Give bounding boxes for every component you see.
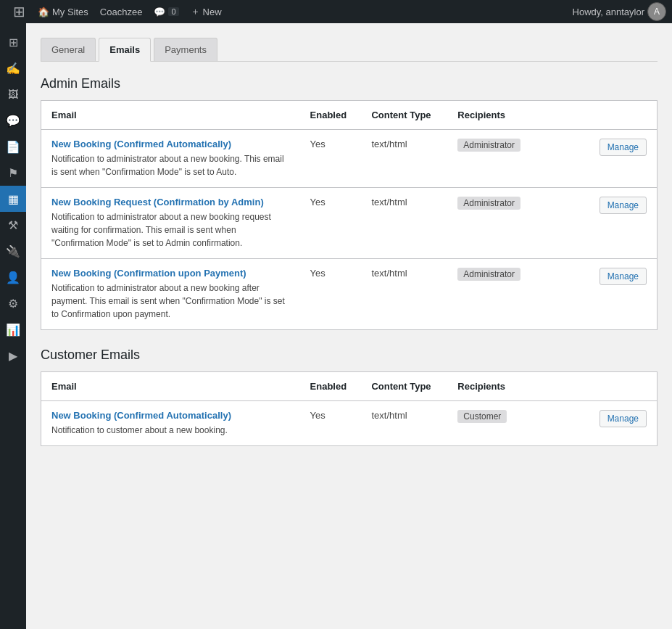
manage-button[interactable]: Manage xyxy=(600,139,647,156)
email-title-link[interactable]: New Booking (Confirmation upon Payment) xyxy=(51,268,290,279)
media-icon: 🖼 xyxy=(8,89,18,100)
col-header-manage xyxy=(583,101,657,130)
email-title-link[interactable]: New Booking (Confirmed Automatically) xyxy=(51,410,290,421)
tools-icon: ⚒ xyxy=(8,218,18,232)
email-description: Notification to customer about a new boo… xyxy=(51,425,228,435)
email-cell: New Booking Request (Confirmation by Adm… xyxy=(41,188,300,259)
sidebar-item-users[interactable]: 👤 xyxy=(0,264,26,290)
enabled-cell: Yes xyxy=(300,259,362,330)
table-row: New Booking (Confirmed Automatically) No… xyxy=(41,130,657,188)
manage-cell: Manage xyxy=(583,130,657,188)
comments-link[interactable]: 💬 0 xyxy=(148,0,184,23)
sidebar-item-plugins[interactable]: 🔌 xyxy=(0,238,26,264)
tab-bar: General Emails Payments xyxy=(41,38,658,62)
sidebar-item-pages[interactable]: 📄 xyxy=(0,133,26,160)
col-header-manage xyxy=(583,372,657,401)
email-title-link[interactable]: New Booking Request (Confirmation by Adm… xyxy=(51,197,290,207)
admin-emails-title: Admin Emails xyxy=(41,76,658,91)
col-header-enabled: Enabled xyxy=(300,372,362,401)
tab-payments[interactable]: Payments xyxy=(154,38,217,61)
my-sites-icon: 🏠 xyxy=(38,7,49,17)
sidebar-item-calendar[interactable]: ▦ xyxy=(0,186,26,212)
manage-button[interactable]: Manage xyxy=(600,410,647,427)
email-description: Notification to administrator about a ne… xyxy=(51,283,285,319)
sidebar-item-performance[interactable]: 📊 xyxy=(0,316,26,342)
sidebar-item-testimonials[interactable]: 💬 xyxy=(0,107,26,133)
admin-sidebar: ⊞ ✍ 🖼 💬 📄 ⚑ ▦ ⚒ 🔌 👤 ⚙ 📊 ▶ xyxy=(0,23,26,629)
col-header-recipients: Recipients xyxy=(447,101,583,130)
howdy-label: Howdy, anntaylor xyxy=(573,7,644,17)
avatar[interactable]: A xyxy=(647,2,666,21)
email-cell: New Booking (Confirmed Automatically) No… xyxy=(41,130,300,188)
col-header-content-type: Content Type xyxy=(361,101,447,130)
calendar-icon: ▦ xyxy=(8,192,19,206)
manage-cell: Manage xyxy=(583,259,657,330)
recipient-badge: Administrator xyxy=(457,197,520,210)
content-type-cell: text/html xyxy=(361,188,447,259)
tab-general[interactable]: General xyxy=(41,38,96,61)
email-title-link[interactable]: New Booking (Confirmed Automatically) xyxy=(51,139,290,149)
site-link[interactable]: Coachzee xyxy=(94,0,149,23)
comments-icon: 💬 xyxy=(154,7,165,17)
settings-icon: ⚙ xyxy=(8,297,18,311)
users-icon: 👤 xyxy=(6,271,20,284)
recipient-badge: Administrator xyxy=(457,268,520,281)
plus-icon: ＋ xyxy=(191,5,200,18)
tab-emails[interactable]: Emails xyxy=(99,38,151,62)
manage-button[interactable]: Manage xyxy=(600,197,647,214)
recipients-cell: Administrator xyxy=(447,188,583,259)
manage-cell: Manage xyxy=(583,401,657,446)
sidebar-item-play[interactable]: ▶ xyxy=(0,342,26,369)
my-sites-label: My Sites xyxy=(52,7,88,17)
recipient-badge: Customer xyxy=(457,410,507,423)
sidebar-item-settings[interactable]: ⚙ xyxy=(0,290,26,316)
admin-bar: ⊞ 🏠 My Sites Coachzee 💬 0 ＋ New Howdy, a… xyxy=(0,0,672,23)
play-icon: ▶ xyxy=(9,349,17,363)
main-content: General Emails Payments Admin Emails Ema… xyxy=(26,23,672,629)
sidebar-item-media[interactable]: 🖼 xyxy=(0,81,26,107)
wp-content: ⊞ ✍ 🖼 💬 📄 ⚑ ▦ ⚒ 🔌 👤 ⚙ 📊 ▶ General Emails… xyxy=(0,23,672,629)
comments-count: 0 xyxy=(168,7,178,16)
new-content-link[interactable]: ＋ New xyxy=(185,0,228,23)
admin-emails-table-wrapper: Email Enabled Content Type Recipients Ne… xyxy=(41,100,658,330)
sidebar-item-feedback[interactable]: ⚑ xyxy=(0,160,26,186)
manage-cell: Manage xyxy=(583,188,657,259)
enabled-cell: Yes xyxy=(300,188,362,259)
site-label: Coachzee xyxy=(100,7,143,17)
table-row: New Booking (Confirmation upon Payment) … xyxy=(41,259,657,330)
sidebar-item-posts[interactable]: ✍ xyxy=(0,55,26,81)
sidebar-item-dashboard[interactable]: ⊞ xyxy=(0,29,26,55)
sidebar-item-tools[interactable]: ⚒ xyxy=(0,212,26,238)
table-row: New Booking (Confirmed Automatically) No… xyxy=(41,401,657,446)
email-description: Notification to administrator about a ne… xyxy=(51,212,271,248)
customer-emails-table: Email Enabled Content Type Recipients Ne… xyxy=(41,372,657,445)
col-header-content-type: Content Type xyxy=(361,372,447,401)
manage-button[interactable]: Manage xyxy=(600,268,647,285)
performance-icon: 📊 xyxy=(6,323,20,337)
content-type-cell: text/html xyxy=(361,401,447,446)
recipients-cell: Administrator xyxy=(447,259,583,330)
customer-emails-table-wrapper: Email Enabled Content Type Recipients Ne… xyxy=(41,371,658,446)
posts-icon: ✍ xyxy=(6,62,20,75)
col-header-email: Email xyxy=(41,101,300,130)
adminbar-right: Howdy, anntaylor A xyxy=(573,2,666,21)
admin-emails-table: Email Enabled Content Type Recipients Ne… xyxy=(41,101,657,329)
my-sites-link[interactable]: 🏠 My Sites xyxy=(32,0,94,23)
recipient-badge: Administrator xyxy=(457,139,520,152)
col-header-recipients: Recipients xyxy=(447,372,583,401)
col-header-enabled: Enabled xyxy=(300,101,362,130)
wp-logo-icon[interactable]: ⊞ xyxy=(6,0,32,25)
new-label: New xyxy=(203,7,222,17)
content-type-cell: text/html xyxy=(361,259,447,330)
enabled-cell: Yes xyxy=(300,401,362,446)
table-row: New Booking Request (Confirmation by Adm… xyxy=(41,188,657,259)
table-header-row: Email Enabled Content Type Recipients xyxy=(41,101,657,130)
table-header-row: Email Enabled Content Type Recipients xyxy=(41,372,657,401)
dashboard-icon: ⊞ xyxy=(9,36,18,49)
recipients-cell: Administrator xyxy=(447,130,583,188)
feedback-icon: ⚑ xyxy=(8,166,18,180)
recipients-cell: Customer xyxy=(447,401,583,446)
email-cell: New Booking (Confirmation upon Payment) … xyxy=(41,259,300,330)
plugins-icon: 🔌 xyxy=(6,244,20,258)
content-type-cell: text/html xyxy=(361,130,447,188)
